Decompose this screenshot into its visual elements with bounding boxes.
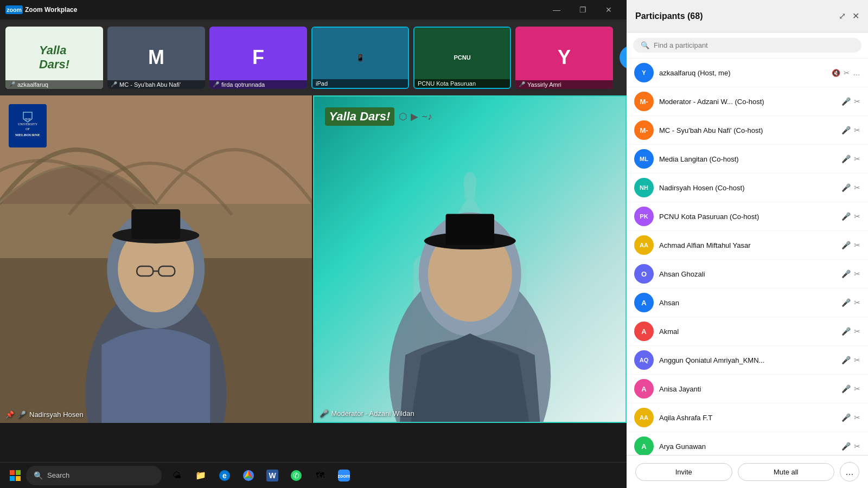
mic-off-icon[interactable]: 🎤 bbox=[841, 183, 851, 192]
taskbar-app-word[interactable]: W bbox=[261, 465, 283, 486]
svg-text:zoom: zoom bbox=[7, 7, 22, 13]
video-off-icon[interactable]: ✂ bbox=[844, 69, 850, 77]
thumb-label-azkaalfaruq: 🎤 azkaalfaruq bbox=[5, 80, 103, 89]
pin-icon: 📌 bbox=[5, 410, 14, 419]
participants-panel: Participants (68) ⤢ ✕ 🔍 Y azkaalfaruq (H… bbox=[627, 0, 868, 488]
more-icon[interactable]: ✂ bbox=[854, 126, 860, 134]
more-icon[interactable]: ✂ bbox=[854, 356, 860, 364]
popout-button[interactable]: ⤢ bbox=[839, 11, 846, 21]
more-icon[interactable]: ✂ bbox=[854, 212, 860, 221]
avatar: A bbox=[634, 379, 654, 399]
mic-off-icon[interactable]: 🎤 bbox=[841, 298, 851, 307]
thumbnail-strip: YallaDars! 🎤 azkaalfaruq M 🎤 MC - Syu'ba… bbox=[0, 20, 627, 95]
mic-off-icon[interactable]: 🎤 bbox=[841, 269, 851, 278]
next-button[interactable]: › bbox=[620, 46, 627, 69]
mic-off-icon[interactable]: 🎤 bbox=[841, 384, 851, 393]
avatar: AQ bbox=[634, 350, 654, 370]
more-icon[interactable]: ✂ bbox=[854, 155, 860, 163]
svg-rect-35 bbox=[16, 476, 21, 481]
maximize-button[interactable]: ❐ bbox=[570, 0, 595, 20]
more-icon[interactable]: ✂ bbox=[854, 442, 860, 451]
video-label-nadirsyah: 📌 🎤 Nadirsyah Hosen bbox=[5, 410, 84, 419]
mic-off-icon[interactable]: 🎤 bbox=[841, 356, 851, 364]
taskbar-app-weather[interactable]: 🌤 bbox=[166, 465, 188, 486]
taskbar-app-zoom[interactable]: zoom bbox=[333, 465, 355, 486]
participant-controls: 🎤 ✂ bbox=[841, 298, 860, 307]
university-logo: THE UNIVERSITY OF MELBOURNE bbox=[9, 104, 47, 147]
invite-button[interactable]: Invite bbox=[635, 463, 732, 481]
thumb-label-mc: 🎤 MC - Syu'bah Abu Nafi' bbox=[107, 80, 205, 89]
svg-text:e: e bbox=[222, 471, 227, 480]
mic-off-icon[interactable]: 🎤 bbox=[841, 327, 851, 336]
close-panel-button[interactable]: ✕ bbox=[852, 11, 859, 21]
thumbnail-azkaalfaruq[interactable]: YallaDars! 🎤 azkaalfaruq bbox=[5, 27, 103, 89]
search-wrap: 🔍 bbox=[633, 38, 861, 53]
more-icon[interactable]: ✂ bbox=[854, 327, 860, 336]
participant-controls: 🎤 ✂ bbox=[841, 327, 860, 336]
mic-off-icon[interactable]: 🎤 bbox=[841, 442, 851, 451]
participant-item: A Akmal 🎤 ✂ bbox=[627, 317, 868, 346]
search-participant-input[interactable] bbox=[654, 41, 854, 49]
thumbnail-pcnu[interactable]: PCNU PCNU Kota Pasuruan bbox=[413, 27, 511, 89]
mic-off-icon[interactable]: 🎤 bbox=[841, 241, 851, 249]
mic-muted-icon-6: 🎤 bbox=[519, 81, 525, 87]
mic-off-icon[interactable]: 🎤 bbox=[841, 126, 851, 134]
more-icon[interactable]: ✂ bbox=[854, 384, 860, 393]
avatar: AA bbox=[634, 408, 654, 427]
thumbnail-mc[interactable]: M 🎤 MC - Syu'bah Abu Nafi' bbox=[107, 27, 205, 89]
mic-muted-icon-2: 🎤 bbox=[111, 81, 117, 87]
participant-item: AA Aqila Ashrafa F.T 🎤 ✂ bbox=[627, 403, 868, 432]
participant-controls: 🎤 ✂ bbox=[841, 413, 860, 422]
more-icon[interactable]: ✂ bbox=[854, 413, 860, 422]
participant-name: Anisa Jayanti bbox=[659, 385, 836, 393]
thumbnail-yassirly[interactable]: Y 🎤 Yassirly Amri bbox=[515, 27, 613, 89]
mic-off-icon[interactable]: 🎤 bbox=[841, 155, 851, 163]
avatar: AA bbox=[634, 235, 654, 255]
search-icon: 🔍 bbox=[34, 471, 43, 480]
more-icon[interactable]: ✂ bbox=[854, 97, 860, 106]
more-icon[interactable]: ✂ bbox=[854, 298, 860, 307]
mic-off-icon[interactable]: 🎤 bbox=[841, 413, 851, 422]
mic-muted-icon: 🎤 bbox=[9, 81, 15, 87]
more-icon[interactable]: … bbox=[853, 68, 860, 77]
taskbar-app-whatsapp[interactable]: ✆ bbox=[285, 465, 307, 486]
mute-all-button[interactable]: Mute all bbox=[738, 463, 835, 481]
more-icon[interactable]: ✂ bbox=[854, 269, 860, 278]
avatar: O bbox=[634, 264, 654, 284]
participant-item: M- MC - Syu'bah Abu Nafi' (Co-host) 🎤 ✂ bbox=[627, 116, 868, 145]
svg-text:UNIVERSITY: UNIVERSITY bbox=[18, 123, 38, 126]
participant-name: Moderator - Adzani W... (Co-host) bbox=[659, 98, 836, 106]
minimize-button[interactable]: — bbox=[544, 0, 569, 20]
unmute-icon[interactable]: 🔇 bbox=[832, 69, 840, 77]
taskbar-search-box[interactable]: 🔍 Search bbox=[26, 466, 162, 485]
more-options-button[interactable]: ... bbox=[840, 462, 859, 481]
taskbar-app-edge[interactable]: e bbox=[214, 465, 235, 486]
more-icon[interactable]: ✂ bbox=[854, 241, 860, 249]
video-nadirsyah: THE UNIVERSITY OF MELBOURNE 📌 🎤 Nadirsya… bbox=[0, 95, 313, 423]
participant-controls: 🎤 ✂ bbox=[841, 269, 860, 278]
more-icon[interactable]: ✂ bbox=[854, 183, 860, 192]
participant-controls: 🎤 ✂ bbox=[841, 126, 860, 134]
taskbar-app-chrome[interactable] bbox=[238, 465, 259, 486]
mic-off-icon[interactable]: 🎤 bbox=[841, 212, 851, 221]
svg-point-22 bbox=[463, 172, 476, 194]
svg-rect-12 bbox=[131, 209, 180, 239]
thumbnail-ipad[interactable]: 📱 iPad bbox=[311, 27, 409, 89]
close-button[interactable]: ✕ bbox=[596, 0, 621, 20]
participant-item: M- Moderator - Adzani W... (Co-host) 🎤 ✂ bbox=[627, 87, 868, 116]
participant-name: Anggun Qoniatul Amriyah_KMN... bbox=[659, 356, 836, 364]
taskbar-app-explorer[interactable]: 📁 bbox=[190, 465, 212, 486]
participant-name: Ahsan bbox=[659, 299, 836, 307]
taskbar-app-maps[interactable]: 🗺 bbox=[309, 465, 331, 486]
start-button[interactable] bbox=[4, 465, 26, 486]
mic-off-icon[interactable]: 🎤 bbox=[841, 97, 851, 106]
participant-controls: 🎤 ✂ bbox=[841, 212, 860, 221]
thumb-label-ipad: iPad bbox=[312, 79, 408, 88]
svg-text:W: W bbox=[269, 471, 276, 480]
panel-title: Participants (68) bbox=[635, 11, 839, 21]
thumbnail-firda[interactable]: F 🎤 firda qotrunnada bbox=[209, 27, 307, 89]
participant-controls: 🎤 ✂ bbox=[841, 442, 860, 451]
svg-rect-33 bbox=[16, 470, 21, 475]
participants-list: Y azkaalfaruq (Host, me) 🔇 ✂ … M- Modera… bbox=[627, 59, 868, 455]
avatar: ML bbox=[634, 149, 654, 169]
